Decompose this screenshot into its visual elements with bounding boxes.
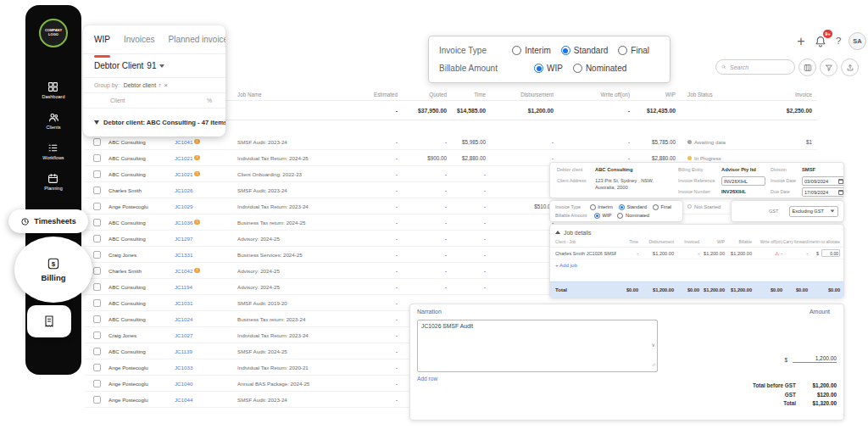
- row-checkbox[interactable]: [93, 348, 101, 355]
- export-button[interactable]: [841, 58, 859, 76]
- job-code-link[interactable]: JC1297: [175, 236, 192, 242]
- add-job-link[interactable]: + Add job: [550, 259, 843, 270]
- radio-icon[interactable]: [653, 204, 659, 210]
- tab-invoices[interactable]: Invoices: [124, 35, 155, 53]
- job-code-link[interactable]: JC1036: [175, 220, 192, 226]
- row-checkbox[interactable]: [93, 332, 101, 339]
- radio-icon[interactable]: [617, 213, 623, 219]
- tab-wip[interactable]: WIP: [94, 35, 110, 53]
- job-code-link[interactable]: JC1139: [175, 348, 192, 354]
- radio-final[interactable]: Final: [653, 204, 671, 210]
- interim-amount-input[interactable]: 0.00: [821, 249, 840, 257]
- collapse-section-icon[interactable]: [555, 231, 560, 234]
- gst-select[interactable]: Excluding GST: [789, 206, 839, 217]
- sidebar-item-planning[interactable]: Planning: [44, 173, 62, 191]
- job-code-link[interactable]: JC1027: [175, 332, 192, 338]
- job-name: SMSF Audit: 2023-24: [237, 397, 373, 403]
- sidebar-item-workflows[interactable]: Workflows: [42, 142, 64, 160]
- help-button[interactable]: ?: [836, 36, 841, 46]
- radio-icon[interactable]: [573, 64, 582, 73]
- add-row-link[interactable]: Add row: [417, 376, 437, 382]
- sidebar-item-timesheets[interactable]: Timesheets: [8, 209, 88, 233]
- job-code-link[interactable]: JC1194: [175, 284, 192, 290]
- radio-selected-icon[interactable]: [619, 204, 625, 210]
- sidebar-item-dashboard[interactable]: Dashboard: [42, 81, 65, 99]
- row-checkbox[interactable]: [93, 267, 101, 275]
- row-checkbox[interactable]: [93, 299, 101, 307]
- user-avatar[interactable]: SA: [849, 32, 866, 50]
- calendar-icon[interactable]: [838, 179, 843, 184]
- job-code-link[interactable]: JC1021: [175, 171, 192, 177]
- sort-asc-icon[interactable]: ↑: [159, 82, 161, 88]
- job-code-link[interactable]: JC1042: [175, 268, 192, 274]
- row-checkbox[interactable]: [93, 251, 101, 259]
- row-checkbox[interactable]: [93, 283, 101, 291]
- invoice-reference-input[interactable]: INV26XIHL: [721, 176, 765, 186]
- scroll-down-icon[interactable]: ∨: [652, 342, 655, 348]
- radio-selected-icon[interactable]: [594, 213, 600, 219]
- sidebar-item-clients[interactable]: Clients: [47, 112, 61, 130]
- radio-standard[interactable]: Standard: [619, 204, 647, 210]
- radio-wip[interactable]: WIP: [534, 64, 563, 73]
- group-header-row[interactable]: Debtor client: ABC Consulting - 47 items: [83, 109, 225, 136]
- job-code-link[interactable]: JC1031: [175, 300, 192, 306]
- narration-textarea[interactable]: JC1026 SMSF Audit: [417, 320, 658, 372]
- row-checkbox[interactable]: [93, 203, 101, 210]
- radio-interim[interactable]: Interim: [590, 204, 613, 210]
- job-code-link[interactable]: JC1041: [175, 139, 192, 145]
- due-date-input[interactable]: 17/09/2024: [802, 187, 844, 197]
- tab-planned-invoice[interactable]: Planned invoice: [169, 35, 225, 53]
- resize-handle-icon[interactable]: [650, 355, 656, 370]
- group-by-chip[interactable]: Debtor client ↑ ×: [124, 81, 168, 89]
- filter-button[interactable]: [820, 58, 837, 76]
- row-checkbox[interactable]: [93, 315, 101, 323]
- radio-selected-icon[interactable]: [534, 64, 543, 73]
- radio-interim[interactable]: Interim: [512, 46, 551, 55]
- table-row[interactable]: Ange Postecoglu JC1029 Individual Tax Re…: [85, 198, 817, 214]
- row-checkbox[interactable]: [93, 187, 101, 194]
- estimated-value: -: [373, 348, 403, 354]
- row-checkbox[interactable]: [93, 138, 101, 146]
- search-input[interactable]: [730, 64, 789, 70]
- job-code-link[interactable]: JC1331: [175, 252, 192, 258]
- radio-wip[interactable]: WIP: [594, 213, 611, 219]
- radio-final[interactable]: Final: [618, 46, 649, 55]
- radio-nominated[interactable]: Nominated: [617, 213, 649, 219]
- search-input-wrap[interactable]: [715, 59, 795, 75]
- job-code-link[interactable]: JC1033: [175, 365, 192, 370]
- narration-amount-field[interactable]: $ 1,200.00: [784, 355, 837, 363]
- row-checkbox[interactable]: [93, 396, 101, 404]
- job-code-link[interactable]: JC1029: [175, 203, 192, 209]
- job-code-link[interactable]: JC1040: [175, 381, 192, 387]
- job-name: Individual Tax Return: 2023-24: [237, 332, 373, 338]
- radio-selected-icon[interactable]: [561, 46, 570, 55]
- row-checkbox[interactable]: [93, 380, 101, 387]
- job-details-row[interactable]: Charles Smith JC1026 SMSF Audit - $1,200…: [550, 248, 843, 259]
- remove-chip-icon[interactable]: ×: [164, 81, 167, 89]
- debtor-client-dropdown[interactable]: Debtor Client 91: [83, 54, 225, 78]
- calendar-icon[interactable]: [838, 190, 843, 195]
- radio-icon[interactable]: [512, 46, 521, 55]
- sidebar-item-invoices[interactable]: [27, 305, 71, 337]
- job-code-link[interactable]: JC1026: [175, 187, 192, 193]
- jd-interim-field[interactable]: $ 0.00: [808, 249, 840, 257]
- invoice-date-input[interactable]: 03/09/2024: [802, 176, 844, 186]
- company-logo[interactable]: COMPANY LOGO: [39, 19, 68, 47]
- radio-standard[interactable]: Standard: [561, 46, 609, 55]
- sidebar-item-billing[interactable]: $ Billing: [14, 237, 92, 303]
- row-checkbox[interactable]: [93, 154, 101, 162]
- amount-input[interactable]: 1,200.00: [793, 355, 837, 363]
- row-checkbox[interactable]: [93, 235, 101, 242]
- job-code-link[interactable]: JC1024: [175, 316, 192, 322]
- radio-icon[interactable]: [618, 46, 627, 55]
- radio-icon[interactable]: [590, 204, 596, 210]
- row-checkbox[interactable]: [93, 170, 101, 178]
- row-checkbox[interactable]: [93, 219, 101, 226]
- collapse-group-icon[interactable]: [94, 120, 99, 125]
- columns-button[interactable]: [798, 58, 816, 76]
- job-code-link[interactable]: JC1044: [175, 397, 192, 403]
- radio-nominated[interactable]: Nominated: [573, 64, 626, 73]
- job-code-link[interactable]: JC1021: [175, 155, 192, 161]
- add-button[interactable]: +: [792, 32, 810, 51]
- row-checkbox[interactable]: [93, 364, 101, 371]
